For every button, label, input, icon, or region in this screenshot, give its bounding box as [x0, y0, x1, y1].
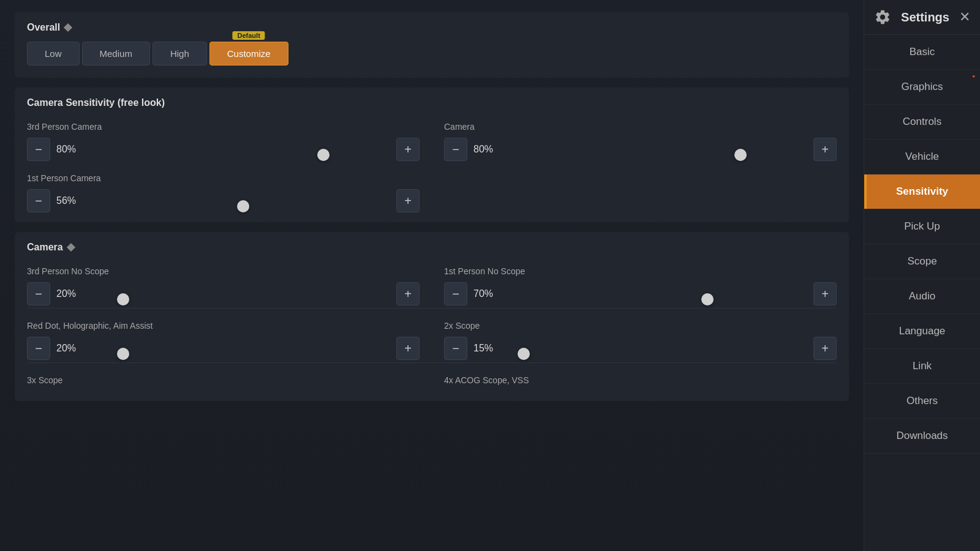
slider-track-camera: 80% — [473, 144, 807, 155]
increase-2x-scope-button[interactable]: + — [813, 337, 837, 360]
slider-track-1st-person: 56% — [56, 195, 390, 206]
camera-sensitivity-title-text: Camera Sensitivity (free look) — [27, 97, 165, 108]
camera-section-title-text: Camera — [27, 242, 63, 253]
slider-thumb-3rd-no-scope[interactable] — [117, 293, 129, 305]
sidebar-item-link[interactable]: Link — [864, 349, 980, 384]
value-1st-no-scope: 70% — [473, 288, 807, 299]
sidebar-label-sensitivity: Sensitivity — [896, 186, 948, 197]
increase-camera-button[interactable]: + — [813, 138, 837, 161]
sidebar: Settings ✕ Basic Graphics Controls Vehic… — [864, 0, 980, 551]
slider-track-2x-scope: 15% — [473, 343, 807, 354]
decrease-3rd-no-scope-button[interactable]: − — [27, 282, 50, 305]
camera-right-3: 4x ACOG Scope, VSS — [444, 370, 837, 391]
increase-red-dot-button[interactable]: + — [396, 337, 420, 360]
sidebar-label-audio: Audio — [909, 290, 935, 302]
decrease-red-dot-button[interactable]: − — [27, 337, 50, 360]
sidebar-item-downloads[interactable]: Downloads — [864, 419, 980, 454]
divider-2 — [27, 362, 837, 363]
sidebar-label-vehicle: Vehicle — [905, 151, 939, 162]
decrease-1st-person-button[interactable]: − — [27, 189, 50, 212]
camera-row-3: 3x Scope 4x ACOG Scope, VSS — [27, 370, 837, 391]
label-1st-person: 1st Person Camera — [27, 173, 420, 183]
slider-track-red-dot: 20% — [56, 343, 390, 354]
divider-1 — [27, 308, 837, 309]
sidebar-item-audio[interactable]: Audio — [864, 279, 980, 314]
label-1st-no-scope: 1st Person No Scope — [444, 266, 837, 276]
value-3rd-no-scope: 20% — [56, 288, 390, 299]
label-4x-acog: 4x ACOG Scope, VSS — [444, 375, 837, 385]
camera-left-1: 3rd Person No Scope − 20% + — [27, 261, 420, 305]
decrease-1st-no-scope-button[interactable]: − — [444, 282, 467, 305]
sidebar-item-sensitivity[interactable]: Sensitivity — [864, 174, 980, 209]
sidebar-label-others: Others — [907, 395, 938, 407]
overall-title-text: Overall — [27, 22, 60, 33]
slider-thumb-1st-person[interactable] — [237, 200, 249, 212]
slider-row-camera: − 80% + — [444, 138, 837, 161]
sidebar-item-language[interactable]: Language — [864, 314, 980, 349]
slider-row-1st-no-scope: − 70% + — [444, 282, 837, 305]
preset-customize-button[interactable]: Default Customize — [209, 42, 288, 66]
increase-3rd-no-scope-button[interactable]: + — [396, 282, 420, 305]
slider-thumb-camera[interactable] — [734, 149, 747, 161]
slider-track-1st-no-scope: 70% — [473, 288, 807, 299]
increase-3rd-person-button[interactable]: + — [396, 138, 420, 161]
label-red-dot: Red Dot, Holographic, Aim Assist — [27, 321, 420, 331]
overall-diamond-icon — [64, 23, 72, 32]
sidebar-label-graphics: Graphics — [901, 81, 943, 92]
slider-thumb-3rd-person[interactable] — [317, 149, 330, 161]
increase-1st-person-button[interactable]: + — [396, 189, 420, 212]
camera-diamond-icon — [67, 243, 75, 252]
label-3rd-no-scope: 3rd Person No Scope — [27, 266, 420, 276]
preset-low-button[interactable]: Low — [27, 42, 80, 66]
preset-high-button[interactable]: High — [153, 42, 207, 66]
label-3x-scope: 3x Scope — [27, 375, 420, 385]
camera-row-1: 3rd Person No Scope − 20% + 1st Person N… — [27, 261, 837, 305]
camera-left-2: Red Dot, Holographic, Aim Assist − 20% + — [27, 316, 420, 360]
slider-track-3rd-person: 80% — [56, 144, 390, 155]
increase-1st-no-scope-button[interactable]: + — [813, 282, 837, 305]
sidebar-label-controls: Controls — [903, 116, 941, 127]
sidebar-item-basic[interactable]: Basic — [864, 35, 980, 70]
sidebar-item-vehicle[interactable]: Vehicle — [864, 140, 980, 174]
label-2x-scope: 2x Scope — [444, 321, 837, 331]
right-col: Camera − 80% + — [444, 117, 837, 212]
slider-row-3rd-no-scope: − 20% + — [27, 282, 420, 305]
slider-thumb-2x-scope[interactable] — [518, 348, 530, 360]
sidebar-item-scope[interactable]: Scope — [864, 244, 980, 279]
decrease-2x-scope-button[interactable]: − — [444, 337, 467, 360]
sidebar-label-scope: Scope — [907, 255, 937, 267]
value-red-dot: 20% — [56, 343, 390, 354]
preset-buttons: Low Medium High Default Customize — [27, 42, 837, 66]
camera-sensitivity-grid: 3rd Person Camera − 80% + 1st Person Cam… — [27, 117, 837, 212]
sidebar-label-pickup: Pick Up — [904, 220, 940, 232]
decrease-3rd-person-button[interactable]: − — [27, 138, 50, 161]
settings-gear-icon — [874, 9, 891, 26]
camera-section-title: Camera — [27, 242, 837, 253]
camera-right-1: 1st Person No Scope − 70% + — [444, 261, 837, 305]
value-camera: 80% — [473, 144, 807, 155]
left-col: 3rd Person Camera − 80% + 1st Person Cam… — [27, 117, 420, 212]
label-3rd-person: 3rd Person Camera — [27, 122, 420, 132]
camera-right-2: 2x Scope − 15% + — [444, 316, 837, 360]
camera-sensitivity-title: Camera Sensitivity (free look) — [27, 97, 837, 108]
camera-sensitivity-section: Camera Sensitivity (free look) 3rd Perso… — [15, 88, 849, 222]
slider-row-3rd-person: − 80% + — [27, 138, 420, 161]
slider-row-red-dot: − 20% + — [27, 337, 420, 360]
slider-thumb-1st-no-scope[interactable] — [701, 293, 714, 305]
camera-row-2: Red Dot, Holographic, Aim Assist − 20% +… — [27, 316, 837, 360]
sidebar-title: Settings — [901, 10, 949, 24]
customize-label: Customize — [227, 48, 271, 59]
sidebar-item-others[interactable]: Others — [864, 384, 980, 419]
camera-left-3: 3x Scope — [27, 370, 420, 391]
preset-medium-button[interactable]: Medium — [82, 42, 150, 66]
decrease-camera-button[interactable]: − — [444, 138, 467, 161]
value-1st-person: 56% — [56, 195, 390, 206]
overall-title: Overall — [27, 22, 837, 33]
sidebar-item-graphics[interactable]: Graphics — [864, 70, 980, 105]
camera-section: Camera 3rd Person No Scope − 20% + — [15, 232, 849, 401]
sidebar-item-controls[interactable]: Controls — [864, 105, 980, 140]
slider-row-1st-person: − 56% + — [27, 189, 420, 212]
close-icon[interactable]: ✕ — [959, 9, 970, 25]
slider-thumb-red-dot[interactable] — [117, 348, 129, 360]
sidebar-item-pickup[interactable]: Pick Up — [864, 209, 980, 244]
